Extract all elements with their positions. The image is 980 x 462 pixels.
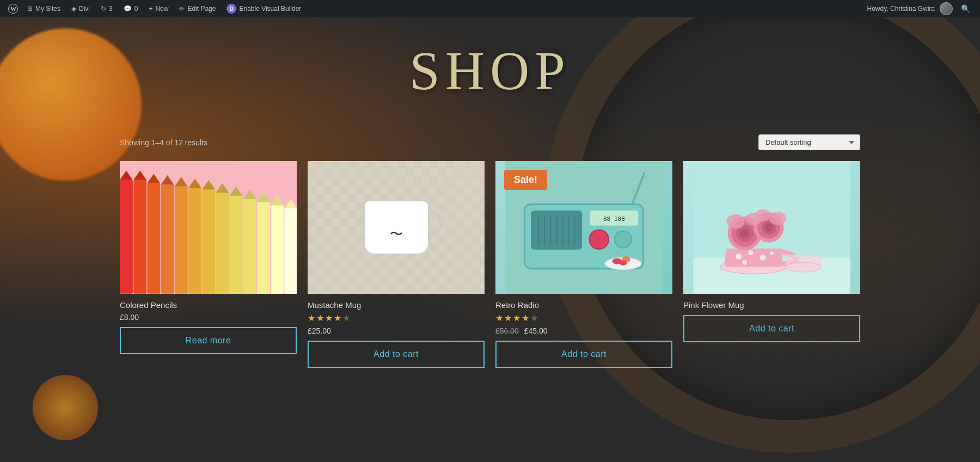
svg-rect-6 (161, 185, 174, 294)
star-3: ★ (325, 313, 333, 323)
svg-point-67 (726, 214, 744, 229)
add-to-cart-button[interactable]: Add to cart (683, 315, 860, 342)
divi-builder-button[interactable]: D Enable Visual Builder (221, 0, 307, 17)
howdy-text: Howdy, Christina Gwira (867, 5, 935, 13)
admin-bar: W ⊞ My Sites ◈ Divi ↻ 3 💬 0 + New ✏ Edit… (0, 0, 980, 17)
wordpress-logo[interactable]: W (4, 0, 22, 17)
product-image-radio: 88 108 Sa (495, 161, 672, 294)
product-image-wrap: 〜 (308, 161, 485, 294)
svg-point-50 (620, 261, 627, 266)
svg-point-44 (589, 230, 608, 249)
new-label: New (155, 5, 168, 13)
new-content-menu[interactable]: + New (143, 0, 174, 17)
star-1: ★ (495, 313, 503, 323)
bottom-orb-decoration (33, 375, 98, 440)
product-price: £8.00 (120, 313, 297, 322)
svg-point-56 (759, 255, 765, 261)
product-name: Retro Radio (495, 300, 672, 310)
page-wrapper: SHOP Showing 1–4 of 12 results Default s… (0, 17, 980, 462)
divi-icon: ◈ (71, 5, 76, 13)
svg-point-57 (770, 251, 774, 255)
revisions-count: 3 (109, 5, 113, 13)
star-5: ★ (530, 313, 538, 323)
mug-mustache: 〜 (390, 225, 403, 243)
star-1: ★ (308, 313, 315, 323)
svg-rect-3 (120, 180, 133, 294)
edit-page-label: Edit Page (187, 5, 216, 13)
product-card: 〜 Mustache Mug ★ ★ ★ ★ ★ £25.00 Add to c… (308, 161, 485, 368)
product-card: 88 108 Sa (495, 161, 672, 368)
star-2: ★ (504, 313, 512, 323)
product-name: Pink Flower Mug (683, 300, 860, 310)
shop-title: SHOP (120, 17, 860, 134)
revisions-menu[interactable]: ↻ 3 (95, 0, 118, 17)
product-image-pencils (120, 161, 297, 294)
new-icon: + (149, 5, 152, 13)
product-grid: Colored Pencils £8.00 Read more 〜 (120, 161, 860, 368)
product-image-flower (683, 161, 860, 294)
svg-text:88    108: 88 108 (603, 215, 625, 223)
flower-svg (683, 161, 860, 294)
svg-point-66 (764, 223, 773, 232)
results-count: Showing 1–4 of 12 results (120, 138, 207, 147)
product-image-wrap: 88 108 Sa (495, 161, 672, 294)
edit-icon: ✏ (179, 5, 185, 13)
svg-point-71 (785, 262, 821, 272)
adminbar-right-section: Howdy, Christina Gwira 🔍 (867, 2, 976, 15)
user-avatar[interactable] (940, 2, 953, 15)
product-image-wrap (683, 161, 860, 294)
sale-badge: Sale! (504, 170, 547, 190)
svg-point-45 (615, 231, 632, 248)
add-to-cart-button[interactable]: Add to cart (495, 341, 672, 368)
svg-point-70 (769, 212, 786, 225)
divi-builder-icon: D (226, 4, 236, 14)
product-rating: ★ ★ ★ ★ ★ (308, 313, 485, 323)
svg-rect-4 (133, 180, 146, 294)
svg-rect-12 (243, 199, 256, 294)
product-price: £56.00 £45.00 (495, 327, 672, 335)
page-content: SHOP Showing 1–4 of 12 results Default s… (0, 17, 980, 368)
revisions-icon: ↻ (101, 5, 106, 13)
read-more-button[interactable]: Read more (120, 327, 297, 354)
mug-body: 〜 (364, 200, 429, 255)
my-sites-icon: ⊞ (27, 5, 33, 13)
svg-point-54 (736, 254, 742, 260)
comments-icon: 💬 (124, 5, 132, 13)
svg-rect-11 (230, 196, 243, 294)
pencils-container (120, 161, 297, 294)
divi-menu[interactable]: ◈ Divi (66, 0, 95, 17)
product-rating: ★ ★ ★ ★ ★ (495, 313, 672, 323)
svg-point-62 (740, 229, 750, 238)
svg-rect-15 (284, 208, 297, 294)
divi-label: Divi (79, 5, 90, 13)
svg-rect-8 (188, 188, 201, 293)
product-name: Mustache Mug (308, 300, 485, 310)
svg-rect-10 (216, 193, 229, 294)
star-2: ★ (316, 313, 324, 323)
product-price: £25.00 (308, 327, 485, 335)
svg-point-69 (755, 210, 770, 221)
svg-point-58 (742, 260, 747, 265)
svg-rect-14 (271, 205, 284, 294)
product-card: Colored Pencils £8.00 Read more (120, 161, 297, 368)
svg-rect-13 (257, 202, 270, 293)
star-4: ★ (334, 313, 341, 323)
sort-dropdown[interactable]: Default sorting Sort by popularity Sort … (758, 134, 860, 150)
edit-page-button[interactable]: ✏ Edit Page (174, 0, 221, 17)
search-button[interactable]: 🔍 (955, 4, 976, 13)
my-sites-menu[interactable]: ⊞ My Sites (22, 0, 66, 17)
divi-builder-label: Enable Visual Builder (239, 5, 301, 13)
add-to-cart-button[interactable]: Add to cart (308, 341, 485, 368)
svg-rect-9 (202, 189, 215, 294)
svg-point-55 (748, 250, 753, 255)
price-original: £56.00 (495, 327, 519, 335)
svg-rect-7 (175, 186, 188, 293)
svg-text:W: W (10, 5, 16, 12)
price-sale: £45.00 (524, 327, 548, 335)
mug-shape-group: 〜 (364, 200, 429, 255)
product-name: Colored Pencils (120, 300, 297, 310)
my-sites-label: My Sites (35, 5, 60, 13)
comments-menu[interactable]: 💬 0 (118, 0, 144, 17)
star-5: ★ (342, 313, 350, 323)
star-4: ★ (522, 313, 529, 323)
